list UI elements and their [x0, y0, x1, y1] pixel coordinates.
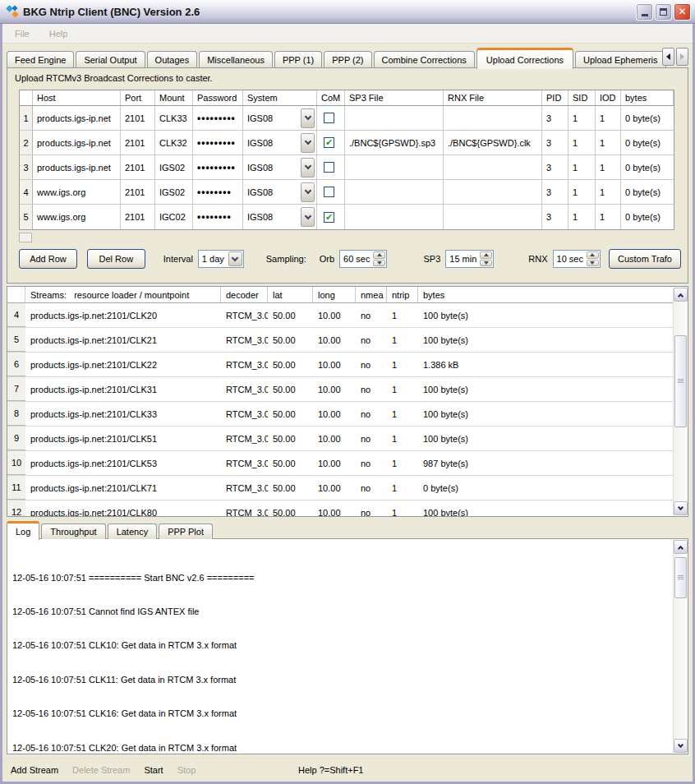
- minimize-button[interactable]: [636, 3, 653, 21]
- menu-help[interactable]: Help: [46, 27, 71, 40]
- iod-cell[interactable]: 1: [596, 131, 621, 154]
- rnx-file-cell[interactable]: ./BNC${GPSWD}.clk: [444, 131, 542, 154]
- sid-cell[interactable]: 1: [568, 155, 596, 179]
- sid-cell[interactable]: 1: [568, 131, 596, 154]
- com-checkbox[interactable]: [324, 212, 334, 223]
- stream-row[interactable]: 5 products.igs-ip.net:2101/CLK21 RTCM_3.…: [7, 328, 674, 353]
- tab-scroll-right-button[interactable]: [676, 48, 688, 66]
- tab-outages[interactable]: Outages: [147, 51, 198, 68]
- system-dropdown[interactable]: IGS08: [243, 106, 317, 130]
- tab-ppp-1[interactable]: PPP (1): [274, 51, 322, 68]
- sid-cell[interactable]: 1: [568, 205, 596, 229]
- tab-latency[interactable]: Latency: [108, 523, 158, 539]
- spin-down-button[interactable]: [373, 260, 385, 267]
- system-dropdown[interactable]: IGS08: [243, 131, 317, 154]
- add-row-button[interactable]: Add Row: [19, 249, 77, 269]
- scrollbar-thumb[interactable]: [674, 335, 687, 427]
- system-dropdown[interactable]: IGS08: [243, 180, 317, 204]
- com-checkbox[interactable]: [324, 113, 334, 123]
- rnx-file-cell[interactable]: [444, 106, 542, 130]
- iod-cell[interactable]: 1: [596, 180, 621, 204]
- pid-cell[interactable]: 3: [542, 106, 568, 130]
- pid-cell[interactable]: 3: [542, 131, 568, 154]
- interval-combobox[interactable]: 1 day: [198, 250, 244, 268]
- system-dropdown[interactable]: IGS08: [243, 155, 317, 179]
- sp3-file-cell[interactable]: [345, 180, 444, 204]
- upload-row-5[interactable]: 5 www.igs.org 2101 IGC02 •••••••• IGS08 …: [20, 205, 674, 229]
- upload-row-3[interactable]: 3 products.igs-ip.net 2101 IGS02 •••••••…: [20, 155, 674, 180]
- password-cell[interactable]: •••••••••: [193, 131, 243, 154]
- interval-dropdown-button[interactable]: [228, 251, 242, 266]
- tab-ppp-plot[interactable]: PPP Plot: [159, 523, 213, 539]
- stream-row[interactable]: 9 products.igs-ip.net:2101/CLK51 RTCM_3.…: [7, 427, 674, 451]
- host-cell[interactable]: products.igs-ip.net: [33, 131, 121, 154]
- close-button[interactable]: ✕: [674, 3, 691, 21]
- streams-scrollbar[interactable]: [673, 288, 687, 515]
- sp3-file-cell[interactable]: ./BNC${GPSWD}.sp3: [345, 131, 444, 154]
- host-cell[interactable]: www.igs.org: [33, 205, 121, 229]
- sp3-file-cell[interactable]: [345, 106, 444, 130]
- mount-cell[interactable]: CLK32: [155, 131, 193, 154]
- pid-cell[interactable]: 3: [542, 180, 568, 204]
- scroll-up-button[interactable]: [674, 288, 688, 302]
- mount-cell[interactable]: IGC02: [155, 205, 193, 229]
- sid-cell[interactable]: 1: [568, 180, 596, 204]
- upload-row-1[interactable]: 1 products.igs-ip.net 2101 CLK33 •••••••…: [20, 106, 674, 131]
- password-cell[interactable]: ••••••••: [193, 205, 243, 229]
- port-cell[interactable]: 2101: [121, 155, 155, 179]
- stream-row[interactable]: 4 products.igs-ip.net:2101/CLK20 RTCM_3.…: [7, 303, 674, 328]
- password-cell[interactable]: •••••••••: [193, 106, 243, 130]
- menu-file[interactable]: File: [12, 27, 33, 40]
- tab-upload-corrections[interactable]: Upload Corrections: [476, 48, 573, 69]
- tab-serial-output[interactable]: Serial Output: [76, 51, 145, 68]
- password-cell[interactable]: •••••••••: [193, 155, 243, 179]
- scrollbar-thumb[interactable]: [674, 557, 687, 598]
- stop-button[interactable]: Stop: [177, 765, 196, 775]
- port-cell[interactable]: 2101: [121, 131, 155, 154]
- custom-trafo-button[interactable]: Custom Trafo: [609, 249, 681, 269]
- upload-row-4[interactable]: 4 www.igs.org 2101 IGS02 •••••••• IGS08 …: [20, 180, 674, 205]
- pid-cell[interactable]: 3: [542, 155, 568, 179]
- stream-row[interactable]: 10 products.igs-ip.net:2101/CLK53 RTCM_3…: [7, 451, 674, 476]
- port-cell[interactable]: 2101: [121, 205, 155, 229]
- stream-row[interactable]: 6 products.igs-ip.net:2101/CLK22 RTCM_3.…: [7, 353, 674, 377]
- spin-up-button[interactable]: [587, 251, 599, 259]
- log-scrollbar[interactable]: [673, 540, 687, 753]
- start-button[interactable]: Start: [144, 765, 163, 775]
- delete-stream-button[interactable]: Delete Stream: [72, 765, 130, 775]
- scroll-down-button[interactable]: [674, 739, 688, 753]
- host-cell[interactable]: products.igs-ip.net: [33, 155, 121, 179]
- tab-combine-corrections[interactable]: Combine Corrections: [374, 51, 475, 68]
- mount-cell[interactable]: CLK33: [155, 106, 193, 130]
- dropdown-button[interactable]: [301, 182, 315, 202]
- mount-cell[interactable]: IGS02: [155, 155, 193, 179]
- dropdown-button[interactable]: [301, 133, 315, 153]
- scroll-up-button[interactable]: [674, 540, 688, 554]
- dropdown-button[interactable]: [301, 207, 315, 227]
- port-cell[interactable]: 2101: [121, 180, 155, 204]
- tab-feed-engine[interactable]: Feed Engine: [7, 51, 74, 68]
- tab-log[interactable]: Log: [7, 521, 39, 540]
- stream-row[interactable]: 11 products.igs-ip.net:2101/CLK71 RTCM_3…: [7, 476, 674, 500]
- iod-cell[interactable]: 1: [596, 106, 621, 130]
- orb-spinbox[interactable]: 60 sec: [339, 250, 387, 268]
- dropdown-button[interactable]: [301, 108, 315, 128]
- tab-ppp-2[interactable]: PPP (2): [324, 51, 371, 68]
- spin-down-button[interactable]: [480, 260, 492, 267]
- dropdown-button[interactable]: [301, 158, 315, 178]
- title-bar[interactable]: BKG Ntrip Client (BNC) Version 2.6 ✕: [0, 0, 695, 24]
- host-cell[interactable]: products.igs-ip.net: [33, 106, 121, 130]
- iod-cell[interactable]: 1: [596, 205, 621, 229]
- port-cell[interactable]: 2101: [121, 106, 155, 130]
- maximize-button[interactable]: [655, 3, 672, 21]
- spin-up-button[interactable]: [480, 251, 492, 259]
- rnx-spinbox[interactable]: 10 sec: [553, 250, 601, 268]
- tab-throughput[interactable]: Throughput: [41, 523, 105, 539]
- stream-row[interactable]: 12 products.igs-ip.net:2101/CLK80 RTCM_3…: [7, 500, 674, 517]
- com-checkbox[interactable]: [324, 137, 334, 148]
- upload-row-2[interactable]: 2 products.igs-ip.net 2101 CLK32 •••••••…: [20, 131, 674, 155]
- rnx-file-cell[interactable]: [444, 205, 542, 229]
- password-cell[interactable]: ••••••••: [193, 180, 243, 204]
- tab-miscellaneous[interactable]: Miscellaneous: [199, 51, 273, 68]
- sp3-file-cell[interactable]: [345, 205, 444, 229]
